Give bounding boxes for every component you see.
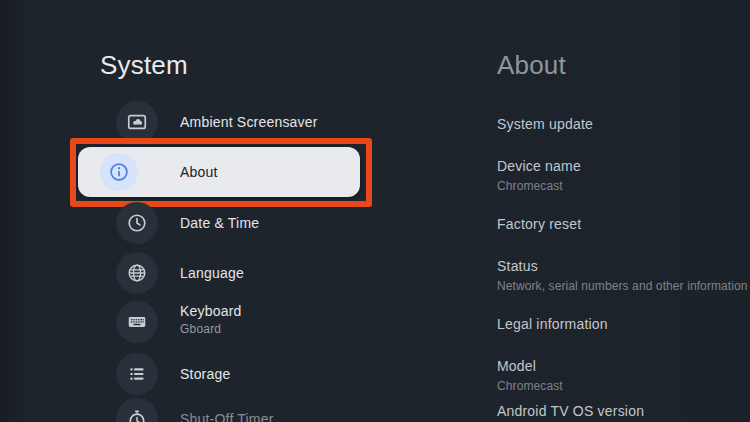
- storage-icon: [116, 353, 158, 395]
- about-item-device-name[interactable]: Device name Chromecast: [497, 158, 581, 193]
- about-item-label: Factory reset: [497, 216, 581, 232]
- clock-icon: [116, 202, 158, 244]
- menu-item-label: Ambient Screensaver: [180, 114, 318, 130]
- menu-item-label: Keyboard: [180, 303, 242, 319]
- menu-item-label: About: [180, 164, 218, 180]
- about-item-label: Android TV OS version: [497, 403, 644, 419]
- about-item-label: Status: [497, 258, 748, 274]
- settings-screen: System Ambient Screensaver About: [0, 0, 750, 422]
- about-item-model[interactable]: Model Chromecast: [497, 358, 563, 393]
- menu-item-label: Shut-Off Timer: [180, 411, 274, 422]
- info-icon: [100, 153, 138, 191]
- about-item-status[interactable]: Status Network, serial numbers and other…: [497, 258, 748, 293]
- section-title: About: [497, 50, 566, 81]
- globe-icon: [116, 252, 158, 294]
- about-item-label: Legal information: [497, 316, 608, 332]
- keyboard-icon: [116, 301, 158, 343]
- menu-item-label: Language: [180, 265, 244, 281]
- page-title: System: [100, 50, 188, 81]
- menu-item-date-time[interactable]: Date & Time: [0, 198, 440, 248]
- about-item-label: Model: [497, 358, 563, 374]
- timer-icon: [116, 398, 158, 422]
- about-item-label: System update: [497, 116, 593, 132]
- menu-item-keyboard[interactable]: Keyboard Gboard: [0, 294, 440, 350]
- menu-item-storage[interactable]: Storage: [0, 349, 440, 399]
- about-item-sublabel: Chromecast: [497, 179, 581, 193]
- about-item-android-tv-os-version[interactable]: Android TV OS version: [497, 403, 644, 419]
- about-item-factory-reset[interactable]: Factory reset: [497, 216, 581, 232]
- menu-item-label: Date & Time: [180, 215, 259, 231]
- menu-item-ambient-screensaver[interactable]: Ambient Screensaver: [0, 97, 440, 147]
- menu-item-sublabel: Gboard: [180, 322, 221, 336]
- menu-item-shut-off-timer[interactable]: Shut-Off Timer: [0, 394, 440, 422]
- menu-item-label: Storage: [180, 366, 230, 382]
- about-item-sublabel: Chromecast: [497, 379, 563, 393]
- menu-item-language[interactable]: Language: [0, 248, 440, 298]
- menu-item-about[interactable]: About: [78, 147, 360, 197]
- about-item-sublabel: Network, serial numbers and other inform…: [497, 279, 748, 293]
- about-item-system-update[interactable]: System update: [497, 116, 593, 132]
- about-item-label: Device name: [497, 158, 581, 174]
- about-item-legal-information[interactable]: Legal information: [497, 316, 608, 332]
- ambient-screensaver-icon: [116, 101, 158, 143]
